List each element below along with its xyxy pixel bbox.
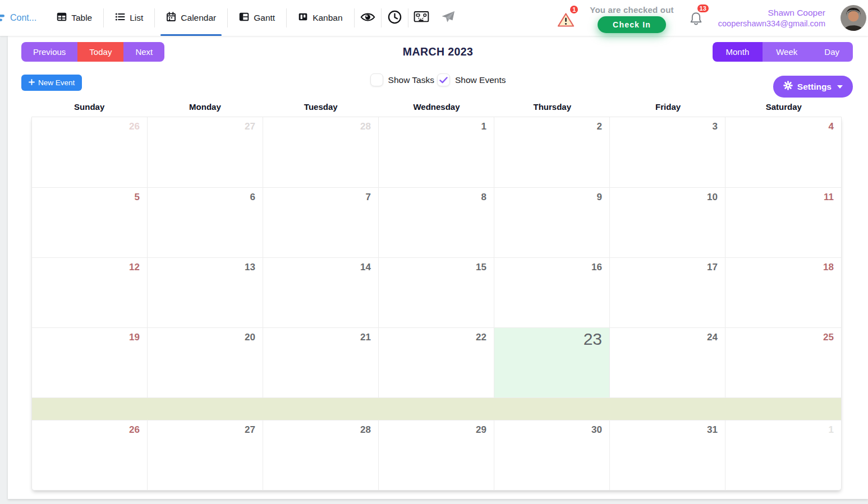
day-number: 6 [250, 192, 255, 202]
avatar[interactable] [841, 5, 866, 31]
whiteboard-button[interactable] [408, 11, 435, 26]
calendar-week-row: 567891011 [32, 187, 841, 257]
calendar-day-cell[interactable]: 21 [263, 328, 379, 397]
tab-label: List [130, 13, 143, 23]
day-number: 19 [129, 332, 140, 343]
time-button[interactable] [382, 10, 408, 26]
day-number: 16 [591, 262, 602, 272]
list-icon [115, 12, 125, 24]
calendar-week-row: 2627282930311 [32, 420, 841, 490]
calendar-day-cell[interactable]: 27 [148, 117, 263, 187]
tab-calendar[interactable]: Calendar [155, 0, 227, 36]
calendar-day-cell[interactable]: 6 [148, 188, 263, 257]
calendar-day-cell[interactable]: 2 [494, 117, 610, 187]
calendar-day-cell[interactable]: 26 [32, 420, 148, 490]
calendar-toolbar: Previous Today Next MARCH 2023 Month Wee… [8, 36, 868, 100]
calendar-day-cell[interactable]: 26 [32, 117, 148, 187]
show-tasks-label: Show Tasks [388, 75, 434, 85]
tab-list[interactable]: List [104, 0, 154, 36]
notifications-button[interactable]: 13 [689, 11, 703, 29]
all-day-event-strip [32, 397, 841, 420]
calendar-day-cell-today[interactable]: 23 [494, 328, 610, 397]
day-number: 2 [597, 121, 602, 132]
day-number: 18 [823, 262, 834, 272]
calendar-day-cell[interactable]: 27 [148, 420, 263, 490]
show-tasks-checkbox[interactable] [370, 73, 383, 86]
day-header: Wednesday [379, 102, 494, 112]
avatar-image [841, 23, 866, 31]
calendar-day-cell[interactable]: 13 [148, 258, 263, 327]
calendar-day-cell[interactable]: 7 [263, 188, 379, 257]
calendar-day-cell[interactable]: 8 [379, 188, 494, 257]
calendar-day-cell[interactable]: 24 [610, 328, 725, 397]
tab-label: Kanban [313, 13, 342, 23]
tab-gantt[interactable]: Gantt [228, 0, 286, 36]
chevron-down-icon [837, 85, 843, 89]
nav-tabs: Cont... Table List Calendar Gantt Kanban [0, 0, 461, 36]
day-number: 30 [591, 424, 602, 435]
calendar-day-cell[interactable]: 29 [379, 420, 494, 490]
day-header: Saturday [726, 102, 842, 112]
send-button[interactable] [435, 11, 461, 26]
day-view-button[interactable]: Day [811, 42, 853, 62]
gear-icon [783, 81, 793, 93]
bars-icon [0, 14, 6, 22]
calendar-day-cell[interactable]: 4 [725, 117, 841, 187]
calendar-day-cell[interactable]: 10 [610, 188, 725, 257]
calendar-day-cell[interactable]: 31 [610, 420, 725, 490]
day-number: 12 [129, 262, 140, 272]
warning-icon [557, 20, 575, 29]
calendar-day-cell[interactable]: 25 [725, 328, 841, 397]
day-number: 26 [129, 424, 140, 435]
day-number: 22 [476, 332, 486, 343]
tab-label: Calendar [181, 13, 216, 23]
top-navbar: Cont... Table List Calendar Gantt Kanban [0, 0, 868, 36]
day-number: 31 [707, 424, 718, 435]
day-number: 23 [584, 330, 602, 348]
calendar-day-cell[interactable]: 1 [379, 117, 494, 187]
tab-kanban[interactable]: Kanban [287, 0, 353, 36]
calendar-day-cell[interactable]: 17 [610, 258, 725, 327]
show-events-checkbox[interactable] [437, 73, 450, 86]
calendar-day-cell[interactable]: 28 [263, 117, 379, 187]
day-number: 24 [707, 332, 718, 343]
day-number: 29 [476, 424, 486, 435]
nav-item-label: Cont... [10, 13, 36, 23]
calendar-day-cell[interactable]: 19 [32, 328, 148, 397]
calendar-day-cell[interactable]: 22 [379, 328, 494, 397]
calendar-day-cell[interactable]: 16 [494, 258, 610, 327]
clock-icon [388, 10, 402, 26]
nav-item-contacts[interactable]: Cont... [0, 0, 45, 36]
calendar-week-row: 19202122232425 [32, 327, 841, 397]
calendar-day-cell[interactable]: 1 [725, 420, 841, 490]
tab-label: Gantt [254, 13, 275, 23]
day-number: 1 [829, 424, 834, 435]
tab-label: Table [71, 13, 92, 23]
month-view-button[interactable]: Month [713, 42, 763, 62]
calendar-day-cell[interactable]: 18 [725, 258, 841, 327]
calendar-day-cell[interactable]: 30 [494, 420, 610, 490]
week-view-button[interactable]: Week [763, 42, 811, 62]
calendar-day-cell[interactable]: 28 [263, 420, 379, 490]
nav-right: 1 You are checked out Check In 13 Shawn … [557, 3, 868, 33]
day-number: 26 [129, 121, 140, 132]
day-number: 7 [366, 192, 371, 202]
check-in-button[interactable]: Check In [598, 16, 666, 33]
calendar-day-cell[interactable]: 12 [32, 258, 148, 327]
eye-view-button[interactable] [355, 12, 381, 25]
calendar-day-cell[interactable]: 11 [725, 188, 841, 257]
day-number: 1 [481, 121, 486, 132]
filter-checkboxes: Show Tasks Show Events [8, 73, 868, 86]
calendar-day-cell[interactable]: 15 [379, 258, 494, 327]
calendar-day-cell[interactable]: 20 [148, 328, 263, 397]
calendar-grid: 2627281234567891011121314151617181920212… [31, 117, 842, 491]
settings-button[interactable]: Settings [773, 76, 853, 98]
calendar-day-cell[interactable]: 14 [263, 258, 379, 327]
bell-icon [689, 19, 703, 28]
warning-alert-button[interactable]: 1 [557, 12, 575, 30]
calendar-day-cell[interactable]: 9 [494, 188, 610, 257]
tab-table[interactable]: Table [45, 0, 103, 36]
user-menu[interactable]: Shawn Cooper coopershawn334@gmail.com [718, 7, 825, 29]
calendar-day-cell[interactable]: 5 [32, 188, 148, 257]
calendar-day-cell[interactable]: 3 [610, 117, 725, 187]
